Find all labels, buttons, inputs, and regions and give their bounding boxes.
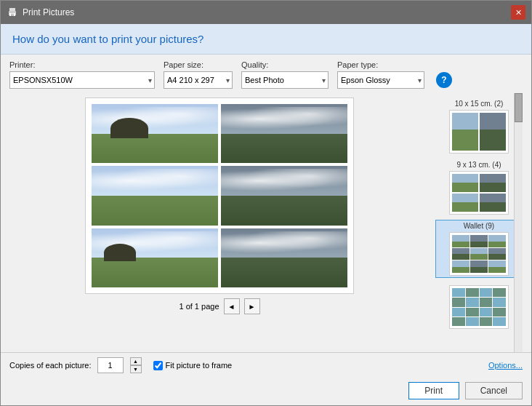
sidebar-scroll-thumb[interactable] (515, 93, 523, 122)
close-button[interactable]: ✕ (511, 5, 525, 20)
paper-type-select-wrapper: Epson Glossy (337, 71, 424, 89)
main-content: 1 of 1 page ◄ ► 10 x 15 cm. (2) 9 x 13 c… (1, 93, 531, 352)
printer-group: Printer: EPSONSX510W (9, 60, 155, 89)
layout-item-2x1[interactable]: 10 x 15 cm. (2) (435, 97, 523, 156)
printer-select[interactable]: EPSONSX510W (9, 71, 155, 89)
copies-input[interactable] (97, 357, 124, 373)
preview-photo-4 (221, 166, 347, 225)
copies-decrement-button[interactable]: ▼ (130, 365, 142, 373)
bottom-bar: Copies of each picture: ▲ ▼ Fit picture … (1, 352, 531, 378)
svg-rect-3 (11, 14, 14, 15)
layout-item-wallet[interactable]: Wallet (9) (435, 220, 523, 278)
preview-photo-3 (92, 166, 218, 225)
title-bar: Print Pictures ✕ (1, 1, 531, 24)
sidebar-scrollbar[interactable] (514, 93, 523, 352)
layout-item-2x2[interactable]: 9 x 13 cm. (4) (435, 159, 523, 217)
layout-thumb-4x4 (449, 285, 509, 329)
print-button[interactable]: Print (408, 382, 459, 399)
header-question: How do you want to print your pictures? (12, 33, 203, 45)
layout-label-2x2: 9 x 13 cm. (4) (456, 161, 501, 169)
svg-rect-4 (11, 15, 14, 16)
copies-spinner: ▲ ▼ (130, 357, 142, 373)
controls-row: Printer: EPSONSX510W Paper size: A4 210 … (1, 55, 531, 93)
title-bar-text: Print Pictures (23, 7, 74, 17)
quality-group: Quality: Best Photo (241, 60, 329, 89)
cancel-button[interactable]: Cancel (465, 382, 523, 399)
preview-photo-5 (92, 228, 218, 287)
pagination: 1 of 1 page ◄ ► (179, 298, 259, 314)
svg-rect-1 (9, 8, 15, 11)
fit-label: Fit picture to frame (166, 361, 233, 370)
copies-label: Copies of each picture: (9, 361, 92, 370)
copies-increment-button[interactable]: ▲ (130, 357, 142, 365)
print-pictures-dialog: Print Pictures ✕ How do you want to prin… (0, 0, 532, 406)
paper-size-group: Paper size: A4 210 x 297 (164, 60, 233, 89)
preview-photo-6 (221, 228, 347, 287)
layout-thumb-wallet (449, 232, 509, 276)
help-button[interactable]: ? (436, 72, 452, 88)
quality-select[interactable]: Best Photo (241, 71, 329, 89)
fit-checkbox[interactable] (153, 361, 163, 370)
paper-size-select[interactable]: A4 210 x 297 (164, 71, 233, 89)
prev-page-button[interactable]: ◄ (224, 298, 240, 314)
layout-label-wallet: Wallet (9) (464, 222, 494, 230)
options-link[interactable]: Options... (488, 361, 523, 370)
preview-frame (85, 97, 354, 294)
preview-photo-2 (221, 104, 347, 163)
printer-icon (7, 7, 18, 18)
layout-thumb-2x2 (449, 171, 509, 215)
printer-label: Printer: (9, 60, 155, 69)
paper-type-select[interactable]: Epson Glossy (337, 71, 424, 89)
layout-label-2x1: 10 x 15 cm. (2) (455, 100, 504, 108)
preview-area: 1 of 1 page ◄ ► (9, 93, 430, 352)
next-page-button[interactable]: ► (244, 298, 260, 314)
paper-size-label: Paper size: (164, 60, 233, 69)
sidebar: 10 x 15 cm. (2) 9 x 13 cm. (4) (435, 93, 523, 352)
title-bar-left: Print Pictures (7, 7, 74, 18)
quality-select-wrapper: Best Photo (241, 71, 329, 89)
layout-item-4x4[interactable] (435, 281, 523, 331)
paper-size-select-wrapper: A4 210 x 297 (164, 71, 233, 89)
preview-photo-1 (92, 104, 218, 163)
quality-label: Quality: (241, 60, 329, 69)
paper-type-label: Paper type: (337, 60, 424, 69)
header-banner: How do you want to print your pictures? (1, 24, 531, 55)
fit-checkbox-wrapper: Fit picture to frame (153, 361, 233, 370)
layout-thumb-2x1 (449, 110, 509, 154)
page-info: 1 of 1 page (179, 302, 219, 311)
action-buttons: Print Cancel (1, 378, 531, 405)
printer-select-wrapper: EPSONSX510W (9, 71, 155, 89)
paper-type-group: Paper type: Epson Glossy (337, 60, 424, 89)
